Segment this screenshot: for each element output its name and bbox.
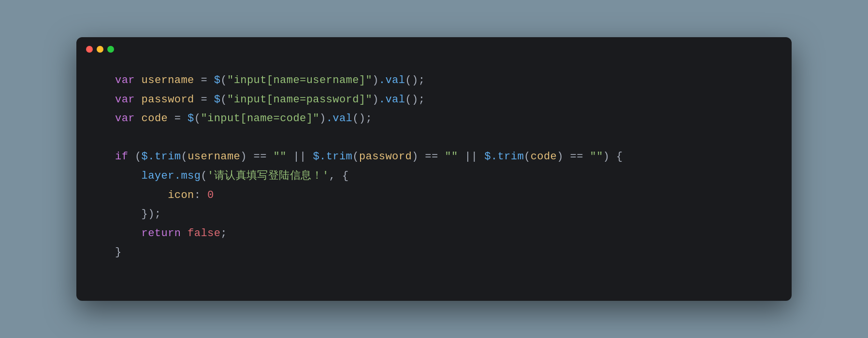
jquery-dollar: $ (313, 147, 319, 167)
keyword-var: var (115, 90, 135, 110)
layer-msg-call: layer.msg (142, 167, 201, 186)
jquery-dollar: $ (214, 71, 221, 90)
code-line-6: icon: 0 (115, 186, 753, 205)
empty-string: "" (590, 147, 603, 167)
method-trim: .trim (148, 147, 181, 167)
empty-string: "" (274, 147, 287, 167)
closing-brace-if: } (115, 243, 122, 262)
var-code: code (142, 109, 168, 128)
var-password-ref: password (359, 147, 412, 167)
keyword-if: if (115, 147, 128, 167)
var-username-ref: username (188, 147, 240, 167)
code-line-8: return false; (115, 224, 753, 243)
keyword-var: var (115, 109, 135, 128)
empty-string: "" (445, 147, 458, 167)
maximize-button[interactable] (107, 46, 114, 53)
keyword-var: var (115, 71, 135, 90)
jquery-dollar: $ (214, 90, 221, 110)
method-val: .val (326, 109, 353, 128)
method-trim: .trim (491, 147, 524, 167)
closing-brace: }); (142, 205, 161, 224)
code-line-4: if ($.trim(username) == "" || $.trim(pas… (115, 147, 753, 167)
method-val: .val (379, 71, 405, 90)
jquery-dollar: $ (188, 109, 194, 128)
method-val: .val (379, 90, 405, 110)
keyword-false: false (188, 224, 220, 243)
code-line-7: }); (115, 205, 753, 224)
var-username: username (142, 71, 194, 90)
jquery-dollar: $ (484, 147, 491, 167)
close-button[interactable] (86, 46, 93, 53)
titlebar (76, 37, 792, 61)
string-password-selector: "input[name=password]" (227, 90, 372, 110)
code-line-5: layer.msg('请认真填写登陆信息！', { (115, 167, 753, 186)
code-window: var username = $("input[name=username]")… (76, 37, 792, 301)
code-line-1: var username = $("input[name=username]")… (115, 71, 753, 90)
keyword-return: return (142, 224, 181, 243)
code-line-9: } (115, 243, 753, 262)
string-username-selector: "input[name=username]" (227, 71, 372, 90)
method-trim: .trim (319, 147, 352, 167)
var-password: password (142, 90, 194, 110)
code-line-3: var code = $("input[name=code]").val(); (115, 109, 753, 128)
code-line-2: var password = $("input[name=password]")… (115, 90, 753, 110)
jquery-dollar: $ (142, 147, 148, 167)
code-display: var username = $("input[name=username]")… (76, 61, 792, 282)
property-icon: icon (168, 186, 194, 205)
string-chinese: '请认真填写登陆信息！' (207, 167, 329, 186)
blank-line (115, 128, 753, 148)
string-code-selector: "input[name=code]" (201, 109, 319, 128)
number-zero: 0 (207, 186, 214, 205)
var-code-ref: code (531, 147, 557, 167)
minimize-button[interactable] (97, 46, 103, 53)
